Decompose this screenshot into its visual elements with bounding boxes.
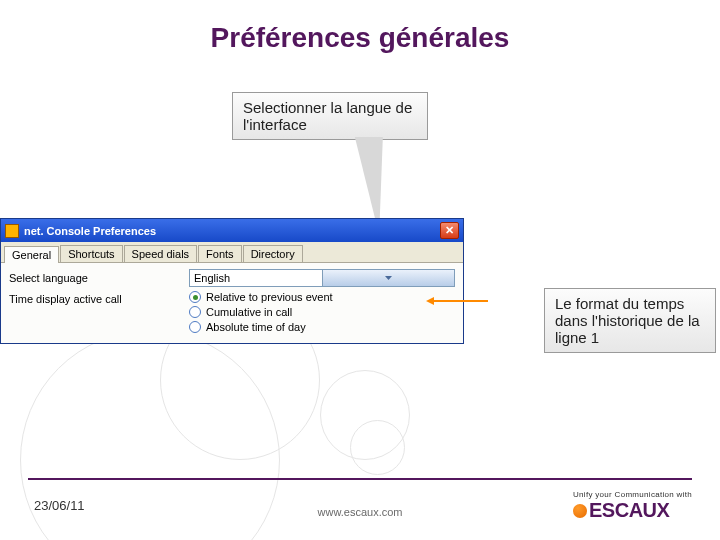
slide-title: Préférences générales [0, 0, 720, 54]
tab-speed-dials[interactable]: Speed dials [124, 245, 198, 262]
brand-tagline: Unify your Communication with [573, 490, 692, 499]
radio-relative[interactable]: Relative to previous event [189, 291, 455, 303]
radio-icon [189, 321, 201, 333]
chevron-down-icon [322, 270, 455, 286]
app-icon [5, 224, 19, 238]
language-value: English [190, 272, 322, 284]
logo-ball-icon [573, 504, 587, 518]
radio-icon [189, 306, 201, 318]
window-title: net. Console Preferences [24, 225, 156, 237]
select-language-label: Select language [9, 272, 189, 284]
tab-directory[interactable]: Directory [243, 245, 303, 262]
footer-divider [28, 478, 692, 480]
radio-label: Absolute time of day [206, 321, 306, 333]
preferences-window: net. Console Preferences ✕ General Short… [0, 218, 464, 344]
tab-shortcuts[interactable]: Shortcuts [60, 245, 122, 262]
callout-time-format: Le format du temps dans l'historique de … [544, 288, 716, 353]
annotation-arrow [432, 300, 488, 302]
time-display-label: Time display active call [9, 291, 189, 305]
radio-absolute[interactable]: Absolute time of day [189, 321, 455, 333]
radio-icon [189, 291, 201, 303]
language-dropdown[interactable]: English [189, 269, 455, 287]
close-icon: ✕ [445, 225, 454, 236]
time-display-radio-group: Relative to previous event Cumulative in… [189, 291, 455, 333]
radio-label: Relative to previous event [206, 291, 333, 303]
radio-cumulative[interactable]: Cumulative in call [189, 306, 455, 318]
brand-name: ESCAUX [573, 499, 692, 522]
close-button[interactable]: ✕ [440, 222, 459, 239]
callout-language: Selectionner la langue de l'interface [232, 92, 428, 140]
tab-fonts[interactable]: Fonts [198, 245, 242, 262]
radio-label: Cumulative in call [206, 306, 292, 318]
tab-bar: General Shortcuts Speed dials Fonts Dire… [1, 242, 463, 263]
window-titlebar: net. Console Preferences ✕ [1, 219, 463, 242]
brand-logo: Unify your Communication with ESCAUX [573, 490, 692, 522]
tab-general[interactable]: General [4, 246, 59, 263]
tab-pane: Select language English Time display act… [1, 263, 463, 343]
bg-circle [350, 420, 405, 475]
